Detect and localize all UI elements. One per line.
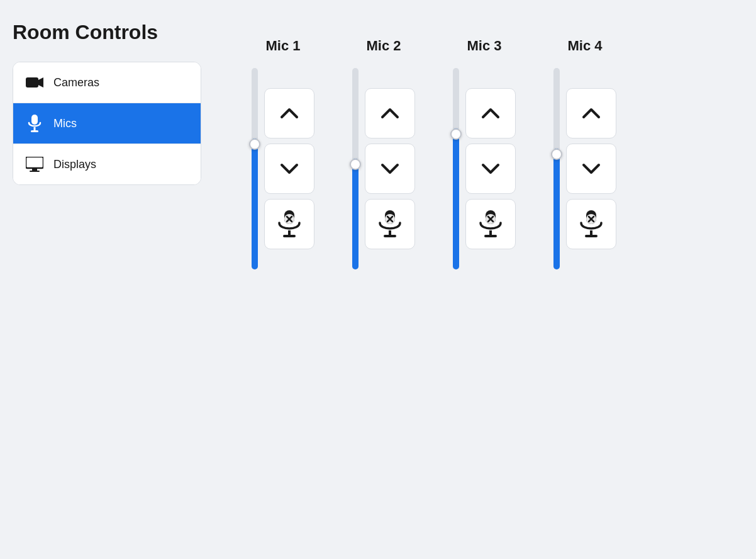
mute-button-mic2[interactable] xyxy=(365,199,415,249)
volume-up-button-mic2[interactable] xyxy=(365,88,415,138)
volume-up-button-mic4[interactable] xyxy=(566,88,616,138)
svg-rect-22 xyxy=(484,235,497,237)
mic-column-mic2: Mic 2 xyxy=(352,38,415,269)
slider-track-mic4[interactable] xyxy=(553,68,560,269)
mute-button-mic4[interactable] xyxy=(566,199,616,249)
mic-buttons-mic2 xyxy=(365,88,415,249)
slider-fill-mic2 xyxy=(352,159,359,269)
svg-rect-21 xyxy=(489,230,492,235)
displays-label: Displays xyxy=(53,158,96,171)
mute-button-mic1[interactable] xyxy=(264,199,314,249)
svg-rect-15 xyxy=(389,230,391,235)
slider-thumb-mic2[interactable] xyxy=(350,159,361,170)
mic-controls-row-mic2 xyxy=(352,68,415,269)
volume-down-button-mic2[interactable] xyxy=(365,144,415,194)
mic-label-mic4: Mic 4 xyxy=(567,38,602,54)
mic-column-mic4: Mic 4 xyxy=(553,38,616,269)
slider-thumb-mic3[interactable] xyxy=(450,128,462,140)
svg-rect-3 xyxy=(34,127,36,130)
svg-rect-7 xyxy=(30,171,40,172)
mic-column-mic1: Mic 1 xyxy=(252,38,314,269)
svg-rect-4 xyxy=(31,130,38,132)
slider-track-mic3[interactable] xyxy=(453,68,459,269)
svg-rect-28 xyxy=(585,235,598,237)
svg-rect-0 xyxy=(26,77,38,88)
svg-rect-5 xyxy=(26,157,43,168)
volume-down-button-mic4[interactable] xyxy=(566,144,616,194)
nav-menu: Cameras Mics Di xyxy=(13,62,201,185)
slider-fill-mic1 xyxy=(252,138,258,269)
main-content: Mic 1 xyxy=(214,0,756,559)
mic-buttons-mic3 xyxy=(465,88,516,249)
mute-button-mic3[interactable] xyxy=(465,199,516,249)
svg-rect-9 xyxy=(288,230,291,235)
mic-controls-row-mic1 xyxy=(252,68,314,269)
slider-track-mic1[interactable] xyxy=(252,68,258,269)
sidebar-item-cameras[interactable]: Cameras xyxy=(13,62,201,103)
svg-rect-6 xyxy=(32,168,37,171)
volume-down-button-mic3[interactable] xyxy=(465,144,516,194)
volume-down-button-mic1[interactable] xyxy=(264,144,314,194)
sidebar-item-mics[interactable]: Mics xyxy=(13,103,201,144)
volume-up-button-mic1[interactable] xyxy=(264,88,314,138)
svg-rect-2 xyxy=(31,115,38,125)
mic-buttons-mic1 xyxy=(264,88,314,249)
slider-track-mic2[interactable] xyxy=(352,68,359,269)
mic-buttons-mic4 xyxy=(566,88,616,249)
slider-fill-mic3 xyxy=(453,128,459,269)
sidebar: Room Controls Cameras Mics xyxy=(0,0,214,559)
mic-label-mic2: Mic 2 xyxy=(366,38,401,54)
slider-fill-mic4 xyxy=(553,149,560,269)
mic-label-mic1: Mic 1 xyxy=(265,38,300,54)
slider-thumb-mic4[interactable] xyxy=(551,149,562,160)
mic-column-mic3: Mic 3 xyxy=(453,38,516,269)
svg-rect-10 xyxy=(283,235,296,237)
sidebar-item-displays[interactable]: Displays xyxy=(13,144,201,184)
camera-icon xyxy=(26,74,43,91)
page-title: Room Controls xyxy=(13,20,201,44)
mics-label: Mics xyxy=(53,117,77,130)
mic-nav-icon xyxy=(26,115,43,132)
svg-marker-1 xyxy=(38,77,43,88)
cameras-label: Cameras xyxy=(53,76,99,89)
mic-controls-row-mic4 xyxy=(553,68,616,269)
volume-up-button-mic3[interactable] xyxy=(465,88,516,138)
svg-rect-27 xyxy=(590,230,592,235)
svg-rect-16 xyxy=(384,235,396,237)
mic-controls-row-mic3 xyxy=(453,68,516,269)
mic-label-mic3: Mic 3 xyxy=(467,38,501,54)
display-icon xyxy=(26,155,43,173)
slider-thumb-mic1[interactable] xyxy=(249,138,260,150)
